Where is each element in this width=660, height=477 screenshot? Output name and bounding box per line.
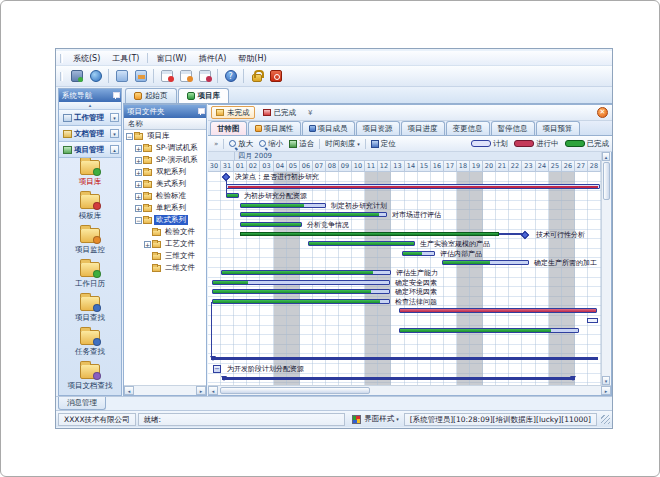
sidebar-section-3[interactable]: 项目管理▴ (59, 142, 121, 158)
zoom-out-button[interactable]: 缩小 (256, 137, 286, 150)
day-header-cell[interactable]: 15 (418, 161, 431, 172)
day-header-cell[interactable]: 11 (365, 161, 378, 172)
day-header-cell[interactable]: 04 (274, 161, 287, 172)
day-header-cell[interactable]: 06 (300, 161, 313, 172)
time-scale-button[interactable]: 时间刻度▾ (322, 137, 363, 150)
day-header-cell[interactable]: 31 (221, 161, 234, 172)
toolbar-grip[interactable] (60, 72, 63, 81)
scroll-right-icon[interactable]: ▸ (601, 386, 611, 395)
day-header-cell[interactable]: 10 (352, 161, 365, 172)
menu-item-2[interactable]: 工具(T) (106, 52, 145, 65)
expand-icon[interactable]: + (135, 169, 142, 176)
gantt-tab-4[interactable]: 项目资源 (356, 121, 400, 135)
sidebar-item-2[interactable]: 模板库 (59, 192, 121, 226)
task-bar-inprogress[interactable] (399, 308, 597, 313)
day-header-cell[interactable]: 02 (247, 161, 260, 172)
gantt-tab-1[interactable]: 甘特图 (210, 121, 247, 135)
expand-icon[interactable]: + (135, 157, 142, 164)
filter-completed-button[interactable]: 已完成 (258, 106, 302, 119)
locate-button[interactable]: 定位 (368, 137, 399, 150)
task-bar[interactable] (399, 328, 579, 333)
task-bar[interactable] (402, 251, 435, 256)
day-header-cell[interactable]: 30 (208, 161, 221, 172)
horizontal-scroll-thumb[interactable] (220, 387, 370, 394)
doc-tab-1[interactable]: 起始页 (125, 88, 177, 103)
menu-item-3[interactable]: 窗口(W) (150, 52, 192, 65)
sidebar-section-1[interactable]: 工作管理▾ (59, 110, 121, 126)
doc-tab-2[interactable]: 项目库 (178, 88, 230, 103)
close-icon[interactable]: ✕ (597, 107, 608, 118)
day-header-cell[interactable]: 24 (536, 161, 549, 172)
message-management-tab[interactable]: 消息管理 (58, 397, 106, 410)
day-header-cell[interactable]: 14 (405, 161, 418, 172)
task-bar[interactable] (442, 260, 529, 265)
tree-node[interactable]: +双耙系列 (124, 166, 206, 178)
day-header-cell[interactable]: 03 (260, 161, 274, 172)
expand-icon[interactable]: + (135, 205, 142, 212)
gantt-tab-3[interactable]: 项目成员 (302, 121, 355, 135)
day-header-cell[interactable]: 20 (483, 161, 496, 172)
day-header-cell[interactable]: 17 (444, 161, 457, 172)
tree-horizontal-scrollbar[interactable]: ◂ ▸ (124, 385, 206, 395)
menubar-grip[interactable] (60, 54, 63, 63)
task-bar[interactable] (226, 184, 600, 189)
fit-button[interactable]: 适合 (286, 137, 317, 150)
pin-icon[interactable] (197, 108, 204, 115)
sidebar-item-6[interactable]: 任务查找 (59, 328, 121, 362)
task-bar[interactable] (221, 270, 391, 275)
collapse-icon[interactable]: − (126, 133, 133, 140)
task-bar[interactable] (212, 280, 390, 285)
task-stub[interactable] (587, 318, 598, 323)
interface-style-button[interactable]: 界面样式 ▾ (347, 413, 404, 426)
gantt-horizontal-scrollbar[interactable]: ◂ ▸ (208, 385, 611, 395)
sidebar-item-4[interactable]: 工作日历 (59, 260, 121, 294)
sidebar-item-1[interactable]: 项目库 (59, 158, 121, 192)
gantt-tab-2[interactable]: 项目属性 (248, 121, 301, 135)
resize-grip[interactable] (601, 415, 610, 424)
task-bar[interactable] (212, 289, 390, 294)
desktop-icon[interactable] (68, 68, 85, 85)
menu-item-5[interactable]: 帮助(H) (232, 52, 272, 65)
day-header-cell[interactable]: 08 (326, 161, 339, 172)
expand-icon[interactable]: + (135, 193, 142, 200)
task-bar[interactable] (240, 203, 326, 208)
tree-node[interactable]: +检验标准 (124, 190, 206, 202)
scroll-right-icon[interactable]: ▸ (196, 386, 206, 395)
day-header-cell[interactable]: 16 (431, 161, 444, 172)
task-bar[interactable] (240, 212, 387, 217)
gantt-chart[interactable]: 决策点：是否进行初步研究为初步研究分配资源制定初步研究计划对市场进行评估分析竞争… (208, 172, 601, 387)
task-bar[interactable] (240, 222, 302, 227)
expand-icon[interactable]: + (135, 181, 142, 188)
day-header-cell[interactable]: 07 (313, 161, 326, 172)
lock-icon[interactable] (248, 68, 265, 85)
day-header-cell[interactable]: 26 (562, 161, 575, 172)
summary-progress-bar[interactable] (240, 232, 499, 236)
tree-node[interactable]: +美式系列 (124, 178, 206, 190)
task-bar[interactable] (226, 193, 239, 198)
day-header-cell[interactable]: 28 (588, 161, 601, 172)
zoom-in-button[interactable]: 放大 (226, 137, 256, 150)
filter-overflow-icon[interactable]: ¥ (308, 109, 312, 117)
task-bar[interactable] (212, 299, 390, 304)
collapse-box-icon[interactable]: − (213, 365, 221, 373)
menu-item-1[interactable]: 系统(S) (67, 52, 106, 65)
sidebar-item-3[interactable]: 项目监控 (59, 226, 121, 260)
chevron-down-icon[interactable]: ▾ (110, 129, 119, 138)
sidebar-item-7[interactable]: 项目文档查找 (59, 362, 121, 395)
chevron-down-icon[interactable]: ▾ (110, 113, 119, 122)
collapse-icon[interactable]: − (135, 217, 142, 224)
tree-column-header[interactable]: 名称 (124, 118, 206, 130)
task-bar[interactable] (308, 241, 415, 246)
day-header-cell[interactable]: 18 (457, 161, 470, 172)
day-header-cell[interactable]: 05 (287, 161, 300, 172)
tree-node[interactable]: +单耙系列 (124, 202, 206, 214)
scroll-left-icon[interactable]: ◂ (208, 386, 218, 395)
tree-node[interactable]: 二维文件 (124, 262, 206, 274)
scroll-down-icon[interactable]: ▾ (602, 376, 610, 385)
gantt-vertical-scrollbar[interactable]: ▴ ▾ (601, 152, 610, 385)
tree-node[interactable]: +SP-调试机系 (124, 142, 206, 154)
expand-icon[interactable]: + (135, 145, 142, 152)
sidebar-item-5[interactable]: 项目查找 (59, 294, 121, 328)
tree-node[interactable]: −欧式系列 (124, 214, 206, 226)
chevron-up-icon[interactable]: ▴ (110, 145, 119, 154)
